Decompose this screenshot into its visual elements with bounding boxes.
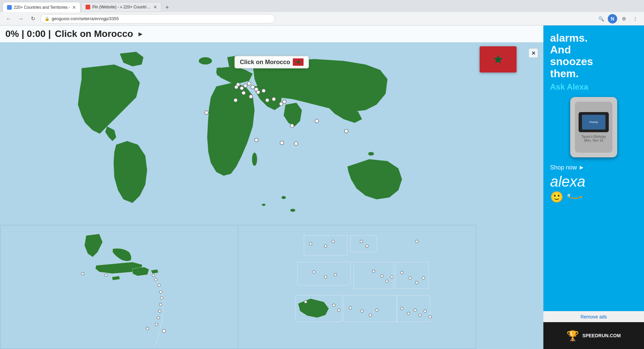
remove-ads-button[interactable]: Remove ads bbox=[543, 311, 644, 322]
lock-icon: 🔒 bbox=[45, 16, 50, 21]
svg-point-9 bbox=[240, 86, 244, 90]
world-map[interactable] bbox=[0, 46, 476, 225]
game-area[interactable]: 0% | 0:00 | Click on Morocco ► Click on … bbox=[0, 26, 543, 349]
browser-chrome: 220+ Countries and Territories - ✕ Pin (… bbox=[0, 0, 644, 26]
svg-point-19 bbox=[272, 97, 276, 101]
ad-ask-alexa: Ask Alexa bbox=[550, 82, 588, 91]
svg-point-64 bbox=[372, 270, 375, 273]
prompt-text: Click on Morocco bbox=[55, 29, 133, 39]
alexa-ad: alarms. And snoozes them. Ask Alexa Disp… bbox=[543, 26, 644, 311]
svg-point-30 bbox=[280, 141, 284, 145]
tab-favicon-2 bbox=[86, 5, 90, 9]
svg-point-15 bbox=[242, 91, 246, 95]
new-tab-button[interactable]: + bbox=[162, 3, 172, 12]
svg-point-43 bbox=[82, 272, 84, 275]
score-time: 0% | 0:00 | bbox=[5, 29, 51, 39]
svg-point-81 bbox=[429, 315, 431, 318]
svg-point-33 bbox=[154, 278, 157, 281]
svg-point-58 bbox=[309, 242, 312, 245]
svg-point-75 bbox=[376, 309, 378, 311]
mini-maps bbox=[0, 225, 476, 349]
svg-point-70 bbox=[416, 281, 418, 284]
svg-point-72 bbox=[349, 306, 352, 309]
svg-point-41 bbox=[146, 327, 149, 330]
svg-point-56 bbox=[332, 240, 334, 243]
ad-line1: alarms. bbox=[550, 32, 588, 44]
svg-point-73 bbox=[361, 310, 363, 312]
back-button[interactable]: ← bbox=[4, 14, 13, 23]
svg-point-83 bbox=[416, 240, 418, 243]
svg-point-4 bbox=[290, 209, 295, 212]
svg-point-55 bbox=[337, 309, 340, 311]
tab-inactive[interactable]: Pin (Website) - » 220+ Countries... ✕ bbox=[81, 2, 162, 12]
svg-point-77 bbox=[407, 312, 410, 315]
svg-point-37 bbox=[159, 303, 162, 306]
tab-close-2[interactable]: ✕ bbox=[153, 5, 157, 9]
svg-point-1 bbox=[368, 152, 374, 156]
morocco-flag-tooltip: ★ bbox=[293, 58, 304, 66]
svg-point-10 bbox=[244, 84, 247, 88]
svg-point-21 bbox=[282, 100, 286, 104]
tooltip-text: Click on Morocco bbox=[240, 59, 290, 66]
next-button[interactable]: ► bbox=[137, 30, 144, 38]
extensions-icon[interactable]: ⚙ bbox=[619, 14, 629, 23]
forward-button[interactable]: → bbox=[16, 14, 25, 23]
svg-point-20 bbox=[279, 102, 283, 106]
svg-point-57 bbox=[324, 245, 327, 247]
svg-point-40 bbox=[155, 323, 158, 326]
address-bar[interactable]: 🔒 geogussr.com/seterra/en/vgp/3355 bbox=[40, 14, 275, 23]
svg-point-11 bbox=[247, 82, 251, 85]
svg-point-22 bbox=[265, 98, 269, 102]
svg-point-68 bbox=[400, 271, 403, 274]
svg-point-63 bbox=[334, 273, 337, 276]
world-map-svg[interactable] bbox=[0, 46, 476, 225]
zoom-icon[interactable]: 🔍 bbox=[596, 14, 606, 23]
ad-shop-now[interactable]: Shop now ► bbox=[550, 164, 585, 171]
svg-point-35 bbox=[159, 291, 162, 293]
ad-sidebar: alarms. And snoozes them. Ask Alexa Disp… bbox=[543, 26, 644, 349]
mini-map-pacific[interactable] bbox=[238, 225, 476, 349]
tab-title-2: Pin (Website) - » 220+ Countries... bbox=[92, 5, 151, 9]
svg-point-14 bbox=[256, 90, 260, 94]
flag-star: ★ bbox=[296, 59, 301, 65]
svg-point-66 bbox=[386, 280, 388, 283]
svg-point-42 bbox=[162, 330, 166, 333]
svg-point-17 bbox=[249, 95, 253, 98]
svg-point-6 bbox=[216, 67, 222, 76]
svg-point-34 bbox=[158, 284, 160, 287]
svg-point-25 bbox=[255, 138, 258, 142]
svg-point-79 bbox=[419, 314, 421, 316]
svg-point-78 bbox=[414, 309, 417, 311]
svg-point-7 bbox=[252, 153, 257, 166]
svg-point-26 bbox=[290, 124, 294, 128]
svg-point-69 bbox=[409, 277, 412, 279]
tab-active[interactable]: 220+ Countries and Territories - ✕ bbox=[3, 2, 80, 12]
profile-icon[interactable]: N bbox=[608, 14, 617, 23]
svg-point-16 bbox=[234, 85, 238, 89]
ad-line2: And bbox=[550, 44, 571, 56]
speedrun-trophy-icon: 🏆 bbox=[567, 330, 579, 342]
tab-close-1[interactable]: ✕ bbox=[72, 5, 76, 10]
refresh-button[interactable]: ↻ bbox=[28, 14, 38, 23]
speedrun-label: SPEEDRUN.COM bbox=[582, 333, 621, 338]
svg-point-71 bbox=[422, 277, 425, 279]
svg-point-12 bbox=[251, 85, 255, 89]
speedrun-ad[interactable]: 🏆 SPEEDRUN.COM bbox=[543, 322, 644, 349]
svg-point-61 bbox=[313, 271, 315, 273]
svg-point-62 bbox=[324, 276, 327, 278]
main-area: 0% | 0:00 | Click on Morocco ► Click on … bbox=[0, 26, 644, 349]
more-icon[interactable]: ⋮ bbox=[631, 14, 640, 23]
svg-point-65 bbox=[381, 275, 383, 277]
svg-point-74 bbox=[369, 314, 372, 316]
svg-point-27 bbox=[315, 119, 319, 123]
svg-point-28 bbox=[344, 130, 348, 133]
mini-map-caribbean[interactable] bbox=[0, 225, 238, 349]
svg-point-3 bbox=[262, 204, 266, 206]
svg-point-18 bbox=[262, 89, 266, 93]
close-map-button[interactable]: ✕ bbox=[529, 48, 538, 58]
map-tooltip: Click on Morocco ★ bbox=[234, 56, 309, 68]
tab-bar: 220+ Countries and Territories - ✕ Pin (… bbox=[0, 0, 644, 12]
flag-big-star: ★ bbox=[493, 52, 503, 66]
ad-line4: them. bbox=[550, 67, 579, 80]
tab-title-1: 220+ Countries and Territories - bbox=[14, 5, 70, 10]
